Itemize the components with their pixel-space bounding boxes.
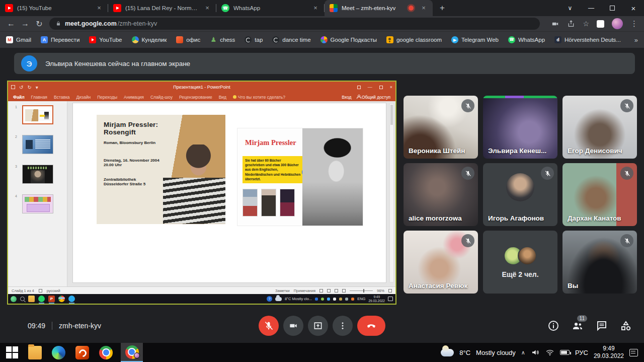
reload-button[interactable]: ↻: [32, 19, 46, 29]
bookmark-ofis[interactable]: офис: [176, 36, 200, 43]
tray-icon: [339, 298, 342, 301]
wifi-icon[interactable]: [545, 348, 554, 357]
overflow-participants-tile[interactable]: Ещё 2 чел.: [483, 231, 557, 294]
classroom-icon: [386, 36, 393, 43]
bookmark-whatsapp[interactable]: ☎WhatsApp: [508, 36, 545, 43]
self-view-tile[interactable]: Вы: [562, 231, 637, 294]
presenter-tray: ? 8°C Mostly clo... ENG 9:49 29.03.2022: [267, 295, 393, 303]
bookmark-youtube[interactable]: YouTube: [89, 36, 122, 43]
tab-youtube[interactable]: (15) YouTube ×: [0, 0, 108, 16]
meeting-details-button[interactable]: [547, 320, 559, 332]
edge-icon[interactable]: [52, 346, 65, 359]
fit-slide-icon: [388, 289, 392, 293]
bookmark-chess[interactable]: ♟chess: [210, 36, 235, 43]
extension-icon[interactable]: [597, 20, 604, 28]
chrome-active-window[interactable]: [121, 343, 143, 362]
language-switcher[interactable]: РУС: [575, 349, 588, 356]
bookmark-tap[interactable]: tap: [245, 36, 263, 43]
start-orb-icon: [11, 296, 17, 302]
presenter-time: 9:49: [373, 295, 380, 299]
back-button[interactable]: ←: [4, 19, 18, 28]
start-button[interactable]: [6, 346, 18, 358]
tab-whatsapp[interactable]: ☎ WhatsApp ×: [216, 0, 325, 16]
tray-expand-icon[interactable]: ∧: [521, 349, 525, 356]
mic-muted-icon: [620, 167, 633, 180]
slide-photo-right: VIDEOLADEN Mirjam Pressler Sie hat über …: [237, 128, 363, 226]
bookmark-kundelik[interactable]: Кунделик: [132, 36, 167, 43]
leave-call-button[interactable]: [357, 316, 385, 336]
participant-tile-no-video[interactable]: Игорь Агафонов: [483, 163, 557, 226]
weather-desc[interactable]: Mostly cloudy: [476, 349, 516, 356]
ppt-restore-icon: [379, 86, 383, 89]
browser-menu-icon[interactable]: ⋮: [630, 19, 638, 28]
chrome-icon[interactable]: [99, 346, 113, 359]
thumb-image: [23, 135, 53, 154]
screen-share-tile[interactable]: ↺ ↻ ▾ Презентация1 - PowerPoint — × Файл…: [7, 81, 396, 305]
bookmark-telegram[interactable]: Telegram Web: [451, 36, 499, 43]
participant-tile[interactable]: Дархан Канатов: [562, 163, 637, 226]
ribbon-tab-design: Дизайн: [76, 95, 91, 100]
tab-close-icon[interactable]: ×: [311, 4, 319, 12]
bookmark-dance-time[interactable]: dance time: [272, 36, 310, 43]
present-button[interactable]: [308, 316, 328, 336]
minimize-button[interactable]: —: [581, 0, 602, 16]
overflow-avatars: [504, 246, 537, 265]
youtube-favicon: [113, 4, 121, 12]
forward-button[interactable]: →: [18, 19, 32, 28]
tab-search-chevron-icon[interactable]: ∨: [559, 0, 581, 16]
tab-close-icon[interactable]: ×: [203, 4, 211, 12]
whatsapp-icon: ☎: [508, 36, 515, 43]
file-explorer-icon[interactable]: [28, 346, 42, 359]
taskbar-clock[interactable]: 9:49 29.03.2022: [594, 345, 624, 360]
slide-number: 4: [15, 194, 19, 213]
tab-lana-del-rey[interactable]: (15) Lana Del Rey - Norman F*** ×: [108, 0, 216, 16]
bookmark-gmail[interactable]: MGmail: [6, 36, 31, 43]
office-icon[interactable]: [75, 346, 89, 359]
taskbar-date: 29.03.2022: [594, 352, 624, 359]
battery-icon[interactable]: [560, 350, 570, 355]
bookmark-hoerverstehen[interactable]: dHörverstehen Deuts...: [554, 36, 621, 43]
profile-avatar[interactable]: [612, 18, 623, 29]
chat-button[interactable]: [596, 320, 608, 332]
profile-badge: [134, 352, 140, 358]
spellcheck-icon: [39, 289, 42, 293]
bookmark-star-icon[interactable]: ☆: [583, 20, 589, 28]
participant-tile-speaking[interactable]: Эльвира Кенеш...: [483, 96, 557, 159]
action-center-icon[interactable]: [629, 349, 638, 356]
bookmarks-overflow-icon[interactable]: »: [634, 36, 638, 44]
participant-tile[interactable]: alice mororzowa: [404, 163, 478, 226]
weather-temp[interactable]: 8°C: [459, 349, 470, 356]
volume-icon[interactable]: [531, 348, 540, 357]
youtube-favicon: [5, 4, 13, 12]
tab-close-icon[interactable]: ×: [420, 4, 428, 12]
share-icon[interactable]: [567, 20, 575, 28]
participant-tile[interactable]: Вероника Штейн: [404, 96, 478, 159]
tab-meet-active[interactable]: Meet – zmh-eten-kyv ×: [325, 0, 433, 16]
bookmark-classroom[interactable]: google classroom: [386, 36, 442, 43]
weather-icon[interactable]: [441, 349, 454, 356]
slide-number: 2: [15, 135, 19, 154]
call-controls: [259, 316, 385, 336]
presenter-lang: ENG: [357, 297, 365, 301]
bookmark-podcasts[interactable]: Google Подкасты: [320, 36, 377, 43]
activities-button[interactable]: [620, 320, 632, 332]
tab-close-icon[interactable]: ×: [95, 4, 103, 12]
address-bar[interactable]: meet.google.com/zmh-eten-kyv: [49, 18, 540, 30]
participant-name: Игорь Агафонов: [488, 214, 544, 222]
bookmark-translate[interactable]: AПеревести: [41, 36, 79, 43]
participants-button[interactable]: 11: [572, 320, 584, 332]
participant-tile[interactable]: Егор Денисович: [562, 96, 637, 159]
bookmark-label: Кунделик: [142, 37, 167, 43]
close-window-button[interactable]: ×: [623, 0, 644, 16]
camera-toggle-button[interactable]: [283, 316, 303, 336]
slide-2-thumbnail: [22, 135, 53, 154]
new-tab-button[interactable]: +: [436, 2, 449, 15]
bookmark-label: google classroom: [396, 37, 442, 43]
tab-label: (15) Lana Del Rey - Norman F***: [125, 5, 199, 11]
more-options-button[interactable]: [333, 316, 353, 336]
thumb-image: [25, 109, 38, 121]
participant-tile[interactable]: Анастасия Ревюк: [404, 231, 478, 294]
mic-toggle-button-muted[interactable]: [259, 316, 279, 336]
maximize-button[interactable]: [602, 0, 623, 16]
camera-in-use-icon[interactable]: [551, 20, 559, 28]
